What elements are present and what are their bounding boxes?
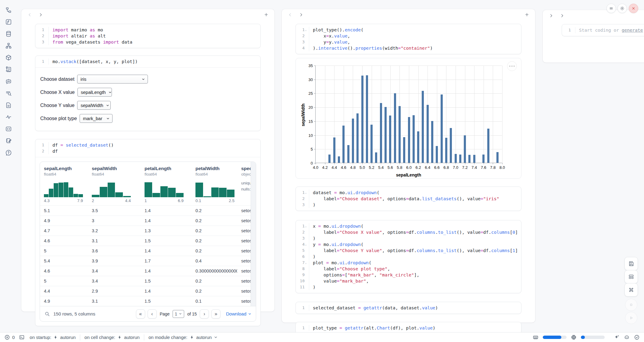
code-editor[interactable]: 1⌄plot_type().encode(2 x=x.value,3 y=y.v… [296,24,521,54]
fold-chevron-icon[interactable]: ⌄ [305,27,308,33]
run-all-button[interactable] [625,312,637,324]
column-back-button[interactable] [26,11,33,18]
column-back-button[interactable] [548,12,554,19]
run-setting-on-cell-change[interactable]: on cell change:autorun [84,334,140,340]
dropdown-choose-x-value[interactable]: sepalLength [77,88,112,97]
prev-page-button[interactable]: ‹ [148,309,157,319]
copilot-icon[interactable] [624,334,630,340]
altair-chart-output[interactable]: 4.04.24.44.64.85.05.25.45.65.86.06.26.46… [295,58,521,179]
table-cell: 4.9 [40,218,88,223]
file-explorer-icon[interactable] [5,6,13,14]
add-cell-button[interactable] [263,11,270,18]
connection-status-icon[interactable] [634,334,640,340]
last-page-button[interactable]: » [211,309,220,319]
menu-button[interactable] [606,4,616,13]
table-cell: 0.2 [191,228,237,233]
documentation-icon[interactable] [5,101,13,109]
table-cell: 0.2 [191,248,237,253]
add-cell-button[interactable] [524,11,530,18]
first-page-button[interactable]: « [136,309,145,319]
errors-indicator[interactable]: 0 [4,334,15,340]
code-editor[interactable]: 1import marimo as mo2import altair as al… [35,24,260,48]
fold-chevron-icon[interactable]: ⌄ [305,241,308,248]
dropdown-choose-plot-type[interactable]: mark_bar [80,114,113,123]
logs-icon[interactable] [5,89,13,97]
table-content: sepalLengthfloat644.37.9sepalWidthfloat6… [40,162,251,306]
table-cell: 5.1 [40,208,88,213]
table-row: 53.61.40.2setosa [40,246,251,256]
notebook-icon[interactable] [5,137,13,145]
run-setting-on-module-change[interactable]: on module change:autorun [148,334,218,340]
stop-icon [629,302,634,307]
shutdown-button[interactable] [629,4,638,13]
line-number: 4⌄ [296,241,309,248]
run-setting-label: on startup: [30,335,51,340]
code-editor[interactable]: 1⌄dataset = mo.ui.dropdown(2 label="Choo… [296,187,521,211]
table-cell: 0.4 [191,258,237,263]
dependency-graph-icon[interactable] [5,42,13,50]
table-cell: 3.4 [88,279,141,283]
dropdown-choose-y-value[interactable]: sepalWidth [77,101,111,110]
y-tick-label: 5 [311,147,313,151]
dropdown-choose-dataset[interactable]: iris [77,75,148,84]
column-histogram [44,180,83,197]
code-editor[interactable]: 1⌄x = mo.ui.dropdown(2 label="Choose X v… [296,220,521,293]
column-forward-button[interactable] [298,11,304,18]
cell-output: Choose datasetirisChoose X valuesepalLen… [35,67,260,131]
fold-chevron-icon[interactable]: ⌄ [305,223,308,229]
code-editor[interactable]: 1df = selected_dataset()2df [35,139,260,157]
line-number: 3 [296,235,309,241]
column-dtype: object [241,172,251,176]
column-forward-button[interactable] [559,12,565,19]
download-button[interactable]: Download [226,311,252,316]
code-text: df = selected_dataset() [49,142,114,148]
table-cell: 1.4 [141,208,191,213]
fold-chevron-icon[interactable]: ⌄ [305,260,308,266]
scratchpad-icon[interactable] [5,66,13,73]
column-max: 6.9 [178,198,184,203]
terminal-button[interactable] [19,334,25,340]
help-icon[interactable] [5,149,13,157]
layout-button[interactable] [624,270,638,283]
generate-with-ai-link[interactable]: generate [622,28,643,33]
code-line: 1⌄plot_type().encode( [296,27,521,33]
table-column-header: sepalWidthfloat6424.4 [88,166,141,203]
packages-icon[interactable] [5,54,13,62]
histogram-bar [152,193,160,197]
table-scrollbar[interactable] [251,162,256,306]
datasources-icon[interactable] [5,30,13,38]
dropdown-value: sepalLength [81,90,106,95]
settings-button[interactable] [617,4,627,13]
fold-chevron-icon[interactable]: ⌄ [305,190,308,196]
code-line: 1plot_type = getattr(alt.Chart(df), plot… [296,325,521,331]
save-button[interactable] [624,257,638,270]
page-select[interactable]: 1 [173,310,184,318]
notebook-column-right: 1Start coding or generate with [543,10,644,62]
stop-button[interactable] [625,299,637,311]
chart-bar [370,125,373,163]
next-page-button[interactable]: › [200,309,209,319]
code-line: 1Start coding or generate with [562,27,644,33]
code-text: dataset = mo.ui.dropdown( [309,190,379,196]
run-setting-on-startup[interactable]: on startup:autorun [30,334,76,340]
save-icon [628,261,634,267]
code-editor[interactable]: 1mo.vstack([dataset, x, y, plot]) [35,56,260,67]
empty-cell[interactable]: 1Start coding or generate with [562,24,644,36]
column-back-button[interactable] [287,11,293,18]
shortcuts-button[interactable] [624,283,638,297]
code-editor[interactable]: 1selected_dataset = getattr(data, datase… [296,302,521,314]
y-tick-label: 10 [309,133,313,137]
function-icon[interactable] [5,18,13,26]
search-icon[interactable] [44,311,50,317]
histogram-bar [115,192,123,197]
code-text: options=["mark_bar", "mark_circle"], [309,272,419,278]
column-forward-button[interactable] [37,11,44,18]
tracing-icon[interactable] [5,113,13,121]
code-editor[interactable]: 1Start coding or generate with [562,24,644,36]
ai-sparkle-icon[interactable] [614,334,620,340]
chat-icon[interactable] [5,77,13,85]
axis-tick [344,163,344,164]
chart-actions-button[interactable] [507,61,517,71]
snippets-icon[interactable] [5,125,13,133]
run-setting-value: autorun [60,335,76,340]
